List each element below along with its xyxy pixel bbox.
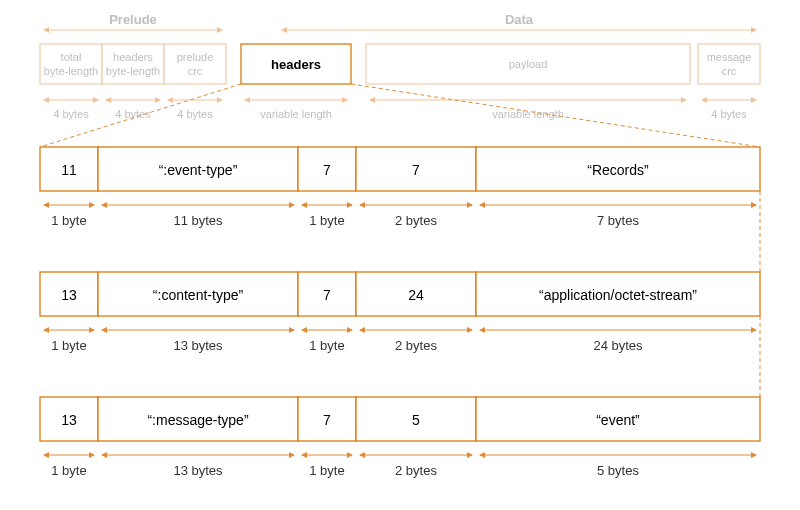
- r2c2: “:content-type”: [153, 287, 244, 303]
- r1s3: 1 byte: [309, 213, 344, 228]
- r2s5: 24 bytes: [593, 338, 643, 353]
- section-labels: Prelude Data: [44, 12, 756, 30]
- field-total-l2: byte-length: [44, 65, 98, 77]
- r3s4: 2 bytes: [395, 463, 437, 478]
- svg-rect-2: [40, 44, 102, 84]
- r1s4: 2 bytes: [395, 213, 437, 228]
- r3s1: 1 byte: [51, 463, 86, 478]
- field-pcrc-l2: crc: [188, 65, 203, 77]
- r2s3: 1 byte: [309, 338, 344, 353]
- r1c5: “Records”: [587, 162, 649, 178]
- svg-rect-7: [698, 44, 760, 84]
- row-message-type: 13 “:message-type” 7 5 “event” 1 byte 13…: [40, 397, 760, 478]
- size-b4c: 4 bytes: [177, 108, 213, 120]
- layout-diagram: Prelude Data total byte-length headers b…: [0, 0, 800, 510]
- r1s5: 7 bytes: [597, 213, 639, 228]
- row-content-type: 13 “:content-type” 7 24 “application/oct…: [40, 272, 760, 353]
- r3c1: 13: [61, 412, 77, 428]
- r2c3: 7: [323, 287, 331, 303]
- field-hdrs-l2: byte-length: [106, 65, 160, 77]
- r3c5: “event”: [596, 412, 640, 428]
- r3s5: 5 bytes: [597, 463, 639, 478]
- field-headers: headers: [271, 57, 321, 72]
- size-b4d: 4 bytes: [711, 108, 747, 120]
- data-label: Data: [505, 12, 534, 27]
- r2s1: 1 byte: [51, 338, 86, 353]
- svg-rect-4: [164, 44, 226, 84]
- r3s3: 1 byte: [309, 463, 344, 478]
- prelude-label: Prelude: [109, 12, 157, 27]
- top-fields: total byte-length headers byte-length pr…: [40, 44, 760, 84]
- field-pcrc-l1: prelude: [177, 51, 214, 63]
- r1s1: 1 byte: [51, 213, 86, 228]
- r3c4: 5: [412, 412, 420, 428]
- r2c1: 13: [61, 287, 77, 303]
- r3s2: 13 bytes: [173, 463, 223, 478]
- field-mcrc-l1: message: [707, 51, 752, 63]
- field-mcrc-l2: crc: [722, 65, 737, 77]
- top-sizes: 4 bytes 4 bytes 4 bytes variable length …: [44, 100, 756, 120]
- field-payload: payload: [509, 58, 548, 70]
- r2s2: 13 bytes: [173, 338, 223, 353]
- r1c1: 11: [61, 162, 77, 178]
- r2s4: 2 bytes: [395, 338, 437, 353]
- r1c2: “:event-type”: [159, 162, 238, 178]
- r2c5: “application/octet-stream”: [539, 287, 697, 303]
- expand-line-right: [351, 84, 760, 147]
- size-b4a: 4 bytes: [53, 108, 89, 120]
- r1c3: 7: [323, 162, 331, 178]
- size-var1: variable length: [260, 108, 332, 120]
- r1c4: 7: [412, 162, 420, 178]
- svg-rect-3: [102, 44, 164, 84]
- size-var2: variable length: [492, 108, 564, 120]
- r1s2: 11 bytes: [173, 213, 223, 228]
- r3c2: “:message-type”: [147, 412, 248, 428]
- r3c3: 7: [323, 412, 331, 428]
- field-hdrs-l1: headers: [113, 51, 153, 63]
- row-event-type: 11 “:event-type” 7 7 “Records” 1 byte 11…: [40, 147, 760, 228]
- r2c4: 24: [408, 287, 424, 303]
- field-total-l1: total: [61, 51, 82, 63]
